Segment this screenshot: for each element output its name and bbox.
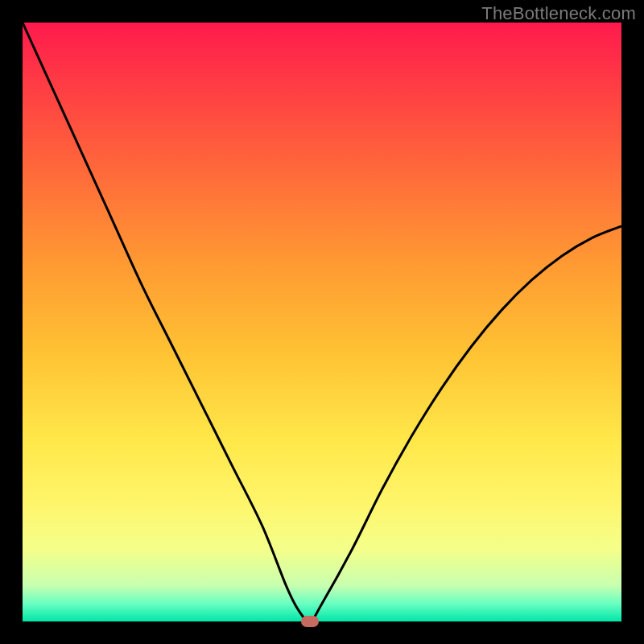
optimal-point-marker: [301, 616, 319, 627]
bottleneck-curve: [23, 23, 621, 621]
chart-plot-area: [23, 23, 621, 621]
outer-frame: TheBottleneck.com: [0, 0, 644, 644]
curve-line: [23, 23, 621, 621]
watermark-text: TheBottleneck.com: [481, 3, 636, 24]
